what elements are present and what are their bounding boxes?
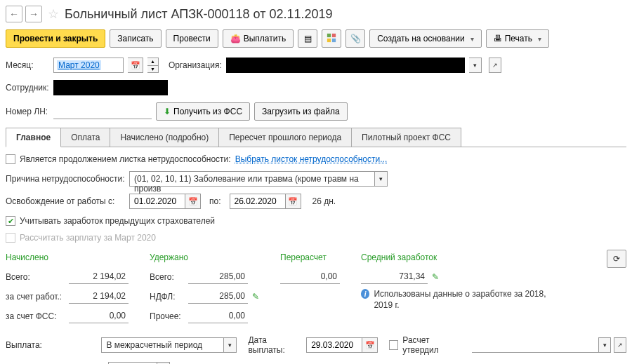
accrued-fss: 0,00 <box>69 309 129 323</box>
approved-label: Расчет утвердил <box>402 335 463 355</box>
org-field[interactable] <box>226 58 465 73</box>
calendar-icon: 📅 <box>131 61 140 70</box>
employer-label: за счет работ.: <box>6 292 69 302</box>
refresh-icon: ⟳ <box>613 254 620 264</box>
spinner-up[interactable]: ▲ <box>147 58 158 66</box>
report-icon-button[interactable] <box>322 29 341 48</box>
other-value: 0,00 <box>188 309 248 323</box>
month-spinner[interactable]: ▲ ▼ <box>147 58 159 73</box>
calendar-icon: 📅 <box>188 197 198 206</box>
avg-header: Средний заработок <box>361 252 437 262</box>
get-fss-button[interactable]: ⬇ Получить из ФСС <box>156 102 250 121</box>
nav-forward-button[interactable]: → <box>25 6 42 22</box>
ndfl-edit-icon[interactable]: ✎ <box>252 292 259 302</box>
continuation-label: Является продолжением листка нетрудоспос… <box>20 154 231 164</box>
submit-button[interactable]: Провести <box>166 29 218 48</box>
payout-date-input[interactable] <box>306 337 362 353</box>
days-count: 26 дн. <box>312 196 336 206</box>
payout-mode-dropdown[interactable]: ▾ <box>224 337 237 353</box>
reason-select[interactable]: (01, 02, 10, 11) Заболевание или травма … <box>129 171 375 187</box>
ln-number-input[interactable] <box>53 104 152 119</box>
nav-back-button[interactable]: ← <box>6 6 22 22</box>
svg-rect-2 <box>327 38 331 41</box>
printer-icon: 🖶 <box>494 34 502 43</box>
payout-label: Выплата: <box>6 340 97 350</box>
approver-open[interactable]: ↗ <box>614 337 626 353</box>
employee-field[interactable] <box>53 80 168 95</box>
save-button[interactable]: Записать <box>110 29 161 48</box>
org-dropdown-button[interactable]: ▾ <box>469 58 482 73</box>
recalc-salary-checkbox <box>6 233 15 243</box>
calendar-icon: 📅 <box>365 341 375 350</box>
approver-dropdown[interactable]: ▾ <box>598 337 611 353</box>
download-icon: ⬇ <box>164 107 171 116</box>
report-icon <box>327 33 336 45</box>
release-from-label: Освобождение от работы с: <box>6 196 125 206</box>
info-text: Использованы данные о заработке за 2018,… <box>374 289 551 311</box>
month-label: Месяц: <box>6 60 49 70</box>
recalc-salary-label: Рассчитать зарплату за Март 2020 <box>20 233 156 243</box>
month-calendar-button[interactable]: 📅 <box>128 58 143 73</box>
to-label: по: <box>209 196 221 206</box>
print-button[interactable]: 🖶 Печать <box>486 29 549 48</box>
date-from-input[interactable] <box>129 194 185 209</box>
other-label: Прочее: <box>150 311 188 321</box>
ndfl-value: 285,00 <box>188 290 248 304</box>
org-label: Организация: <box>169 60 222 70</box>
avg-value: 731,34 <box>361 270 428 284</box>
date-to-input[interactable] <box>230 194 286 209</box>
avg-edit-icon[interactable]: ✎ <box>432 272 439 282</box>
svg-rect-1 <box>332 33 336 36</box>
withheld-total-label: Всего: <box>150 272 188 282</box>
tab-pilot[interactable]: Пилотный проект ФСС <box>351 128 461 147</box>
submit-close-button[interactable]: Провести и закрыть <box>6 29 105 48</box>
tab-payment[interactable]: Оплата <box>60 128 110 147</box>
calendar-icon: 📅 <box>288 197 298 206</box>
page-title: Больничный лист АПЗК-000118 от 02.11.201… <box>65 7 333 22</box>
ndfl-label: НДФЛ: <box>150 292 188 302</box>
approved-checkbox[interactable] <box>389 340 398 350</box>
document-icon-button[interactable]: ▤ <box>298 29 317 48</box>
tab-detail[interactable]: Начислено (подробно) <box>110 128 219 147</box>
wallet-icon: 👛 <box>230 34 241 43</box>
create-based-button[interactable]: Создать на основании <box>369 29 482 48</box>
reason-label: Причина нетрудоспособности: <box>6 174 125 184</box>
ln-label: Номер ЛН: <box>6 107 49 116</box>
prev-earnings-checkbox[interactable]: ✔ <box>6 216 15 226</box>
recalc-header: Перерасчет <box>280 252 327 262</box>
tab-main[interactable]: Главное <box>6 128 61 147</box>
total-label: Всего: <box>6 272 69 282</box>
tab-recalc[interactable]: Пересчет прошлого периода <box>218 128 352 147</box>
paperclip-icon: 📎 <box>350 34 361 43</box>
info-icon: i <box>361 289 369 299</box>
prev-earnings-label: Учитывать заработок предыдущих страховат… <box>20 216 215 226</box>
accrued-header: Начислено <box>6 252 48 262</box>
continuation-checkbox[interactable] <box>6 154 15 164</box>
favorite-star-icon[interactable]: ☆ <box>48 6 59 22</box>
refresh-button[interactable]: ⟳ <box>607 250 626 268</box>
attach-button[interactable]: 📎 <box>345 29 365 48</box>
document-icon: ▤ <box>304 34 312 43</box>
withheld-header: Удержано <box>150 252 188 262</box>
fss-label: за счет ФСС: <box>6 311 69 321</box>
recalc-value: 0,00 <box>280 270 340 284</box>
date-to-calendar[interactable]: 📅 <box>286 194 301 209</box>
accrued-employer: 2 194,02 <box>69 290 129 304</box>
svg-rect-0 <box>327 33 331 36</box>
load-file-button[interactable]: Загрузить из файла <box>254 102 348 121</box>
approver-input[interactable] <box>472 337 598 353</box>
payout-date-calendar[interactable]: 📅 <box>362 337 378 353</box>
employee-label: Сотрудник: <box>6 83 49 93</box>
org-open-button[interactable]: ↗ <box>489 58 501 73</box>
withheld-total: 285,00 <box>188 270 248 284</box>
select-sheet-link[interactable]: Выбрать листок нетрудоспособности... <box>235 154 388 164</box>
reason-dropdown-button[interactable]: ▾ <box>375 171 388 187</box>
accrued-total: 2 194,02 <box>69 270 129 284</box>
payout-date-label: Дата выплаты: <box>248 335 302 355</box>
payout-mode-select[interactable]: В межрасчетный период <box>101 337 224 353</box>
pay-button[interactable]: 👛 Выплатить <box>223 29 294 48</box>
spinner-down[interactable]: ▼ <box>147 66 158 73</box>
month-input[interactable]: Март 2020 <box>53 58 124 73</box>
svg-rect-3 <box>332 38 336 41</box>
date-from-calendar[interactable]: 📅 <box>185 194 201 209</box>
